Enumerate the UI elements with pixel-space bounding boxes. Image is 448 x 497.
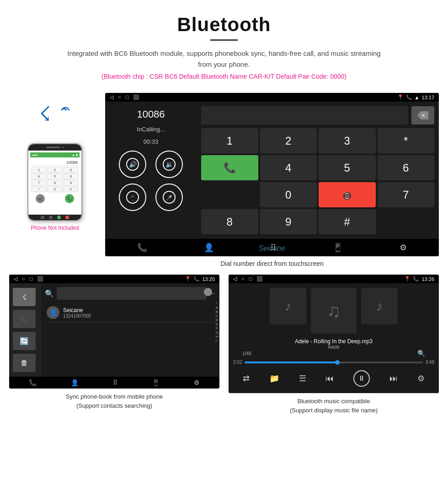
phone-dialer: 10086 1 2 3 4 5 6 7 8 9 * 0 #: [30, 157, 80, 205]
contact-avatar: 👤: [47, 306, 59, 319]
numpad-key-1[interactable]: 1: [201, 128, 258, 153]
numpad-key-4[interactable]: 4: [260, 155, 317, 180]
pb-nav-call[interactable]: 📞: [29, 379, 37, 386]
numpad-key-8[interactable]: 8: [201, 209, 258, 234]
music-title: Adele - Rolling In the Deep.mp3: [233, 338, 434, 345]
music-content: ♪ ♫ ♪ Adele - Rolling In the Deep.mp3 Ad…: [229, 283, 439, 393]
pb-nav-keypad[interactable]: ⠿: [113, 379, 117, 386]
numpad-key-hash[interactable]: #: [319, 209, 376, 234]
music-shuffle-btn[interactable]: ⇄: [243, 373, 250, 384]
music-equalizer-btn[interactable]: ⚙: [417, 373, 425, 384]
music-folder-btn[interactable]: 📁: [269, 373, 279, 384]
nav-call-icon[interactable]: 📞: [137, 243, 147, 253]
numpad-backspace-btn[interactable]: ✕: [411, 106, 434, 124]
contact-row[interactable]: 👤 Seicane 13241007000: [45, 303, 216, 322]
phone-call-btn[interactable]: 📞: [65, 194, 74, 203]
pb-phone-icon: 📞: [20, 315, 29, 324]
phone-call-action-btn[interactable]: [57, 216, 61, 219]
phonebook-caption: Sync phone-book from mobile phone (Suppo…: [9, 392, 219, 410]
numpad-key-7[interactable]: 7: [378, 182, 435, 207]
phone-video-btn[interactable]: 📹: [36, 194, 45, 203]
phone-home-btn[interactable]: [49, 216, 53, 219]
numpad-key-9[interactable]: 9: [260, 209, 317, 234]
phone-bottom-bar: [28, 215, 81, 220]
music-nav-menu[interactable]: ⬛: [256, 276, 263, 282]
phone-end-action-btn[interactable]: [65, 216, 69, 219]
music-prev-btn[interactable]: ⏮: [325, 374, 334, 384]
nav-menu-icon[interactable]: ⬛: [133, 94, 139, 100]
pb-nav-contacts[interactable]: 👤: [71, 379, 79, 386]
nav-recent-icon[interactable]: □: [126, 94, 129, 100]
phone-keys: 1 2 3 4 5 6 7 8 9 * 0 #: [31, 167, 79, 192]
phone-camera-dot: [62, 146, 64, 148]
pb-delete-btn[interactable]: 🗑: [13, 354, 36, 372]
pb-search-input[interactable]: [57, 287, 207, 300]
numpad-key-6[interactable]: 6: [378, 155, 435, 180]
phone-key-5[interactable]: 5: [47, 173, 63, 179]
pb-nav-transfer[interactable]: 📱: [152, 379, 160, 386]
music-progress-bar[interactable]: [245, 362, 422, 363]
signal-waves-icon: [53, 101, 71, 122]
music-info: Adele - Rolling In the Deep.mp3 Adele 1/…: [233, 338, 434, 357]
music-next-btn[interactable]: ⏭: [389, 374, 398, 384]
music-nav-recent[interactable]: □: [249, 276, 252, 282]
alphabet-index: *ABCDEFGHI: [216, 302, 219, 343]
music-nav-home[interactable]: ○: [241, 276, 245, 282]
music-status-right: 📍 📞 13:26: [404, 276, 434, 282]
volume-down-btn[interactable]: 🔉: [155, 151, 183, 178]
phone-key-star[interactable]: *: [31, 186, 47, 192]
phone-key-6[interactable]: 6: [63, 173, 79, 179]
pb-nav-menu[interactable]: ⬛: [37, 276, 43, 282]
numpad-call-btn[interactable]: 📞: [201, 155, 258, 180]
nav-settings-icon[interactable]: ⚙: [400, 243, 407, 253]
transfer-call-btn[interactable]: 📱: [119, 184, 146, 211]
nav-transfer-icon[interactable]: 📱: [333, 243, 343, 253]
album-art-main: ♫: [311, 288, 357, 334]
phone-key-9[interactable]: 9: [63, 180, 79, 186]
mute-btn[interactable]: 🎤: [155, 184, 183, 211]
music-play-btn[interactable]: ⏸: [353, 370, 370, 387]
numpad-key-star[interactable]: *: [378, 128, 435, 153]
numpad-key-3[interactable]: 3: [319, 128, 376, 153]
bottom-screenshots: ◁ ○ □ ⬛ 📍 📞 13:20 ☇: [0, 275, 448, 415]
pb-sync-btn[interactable]: 🔄: [13, 332, 36, 350]
music-time-total: 3:49: [426, 360, 434, 365]
bluetooth-icon: ☇: [39, 102, 51, 125]
numpad-hangup-btn[interactable]: 📵: [319, 182, 376, 207]
spec-line: (Bluetooth chip : CSR BC6 Default Blueto…: [9, 73, 439, 80]
nav-home-icon[interactable]: ○: [118, 94, 121, 100]
phone-key-3[interactable]: 3: [63, 167, 79, 173]
pb-nav-settings[interactable]: ⚙: [194, 379, 200, 386]
phone-key-0[interactable]: 0: [47, 186, 63, 192]
phone-key-hash[interactable]: #: [63, 186, 79, 192]
pb-bluetooth-btn[interactable]: ☇: [13, 288, 36, 306]
pb-call-btn[interactable]: 📞: [13, 310, 36, 328]
music-playlist-btn[interactable]: ☰: [299, 373, 306, 384]
dial-caption: Dial number direct from touchscreen: [105, 260, 439, 267]
volume-up-btn[interactable]: 🔊: [119, 151, 146, 178]
numpad-key-5[interactable]: 5: [319, 155, 376, 180]
pb-nav-home[interactable]: ○: [22, 276, 25, 282]
phone-key-8[interactable]: 8: [47, 180, 63, 186]
numpad-grid: 1 2 3 * 📞 4 5 6 0 📵: [201, 128, 434, 234]
phone-status-icons: ▲ ■: [72, 153, 78, 157]
phonebook-screen: ◁ ○ □ ⬛ 📍 📞 13:20 ☇: [9, 275, 219, 389]
phone-key-2[interactable]: 2: [47, 167, 63, 173]
pb-status-left: ◁ ○ □ ⬛: [14, 276, 43, 282]
title-underline: [210, 39, 238, 41]
music-nav-back[interactable]: ◁: [233, 276, 237, 282]
phone-key-7[interactable]: 7: [31, 180, 47, 186]
phone-back-btn[interactable]: [41, 216, 44, 219]
phone-key-4[interactable]: 4: [31, 173, 47, 179]
phone-key-1[interactable]: 1: [31, 167, 47, 173]
music-search-icon[interactable]: 🔍: [417, 350, 425, 357]
contact-number: 13241007000: [63, 313, 91, 319]
pb-nav-recent[interactable]: □: [30, 276, 33, 282]
scroll-indicator: [204, 288, 212, 296]
nav-back-icon[interactable]: ◁: [110, 94, 113, 100]
nav-contacts-icon[interactable]: 👤: [204, 243, 214, 253]
pb-nav-back[interactable]: ◁: [14, 276, 17, 282]
numpad-key-2[interactable]: 2: [260, 128, 317, 153]
numpad-key-0[interactable]: 0: [260, 182, 317, 207]
pb-bt-icon: ☇: [22, 293, 27, 302]
